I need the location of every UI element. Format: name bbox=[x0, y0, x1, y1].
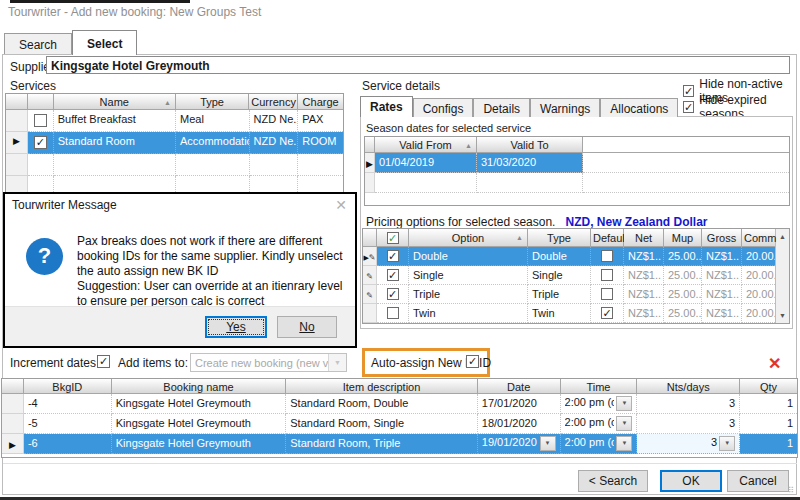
tab-allocations[interactable]: Allocations bbox=[600, 98, 678, 117]
pricing-col-net[interactable]: Net bbox=[624, 229, 664, 247]
tab-select[interactable]: Select bbox=[72, 30, 137, 55]
pricing-checkbox-checked[interactable]: ✓ bbox=[387, 250, 399, 262]
pricing-col-option[interactable]: Option▲ bbox=[409, 229, 528, 247]
pricing-checkbox-checked[interactable]: ✓ bbox=[387, 269, 399, 281]
bookings-col-date[interactable]: Date bbox=[478, 379, 561, 394]
hide-expired-checkbox[interactable]: ✓ bbox=[683, 101, 694, 113]
default-checkbox-unchecked[interactable] bbox=[601, 269, 613, 281]
window-title: Tourwriter - Add new booking: New Groups… bbox=[8, 5, 261, 19]
sort-ascending-icon: ▲ bbox=[465, 142, 472, 149]
yes-button[interactable]: Yes bbox=[205, 316, 267, 338]
services-col-type[interactable]: Type bbox=[176, 94, 249, 110]
dialog-message-line2: Suggestion: User can override at an itie… bbox=[77, 279, 349, 309]
pricing-options-label: Pricing options for selected season. NZD… bbox=[366, 215, 708, 229]
default-checkbox-checked[interactable]: ✓ bbox=[601, 307, 613, 319]
booking-row-minus5[interactable]: -5 Kingsgate Hotel Greymouth Standard Ro… bbox=[2, 414, 797, 434]
service-checkbox-checked[interactable]: ✓ bbox=[34, 136, 47, 149]
resize-grip[interactable]: ⠿ bbox=[788, 486, 795, 495]
add-items-to-select[interactable]: Create new booking (new voucher) ▼ bbox=[190, 353, 347, 372]
pricing-checkbox-unchecked[interactable] bbox=[387, 307, 399, 319]
pricing-col-default[interactable]: Defaul bbox=[591, 229, 624, 247]
bookings-grid: BkgID Booking name Item description Date… bbox=[1, 378, 798, 458]
increment-dates-label: Increment dates bbox=[10, 356, 96, 370]
current-row-icon: ▶ bbox=[13, 136, 20, 146]
tab-search[interactable]: Search bbox=[4, 33, 72, 55]
chevron-down-icon[interactable]: ▼ bbox=[616, 436, 632, 451]
chevron-down-icon[interactable]: ▼ bbox=[616, 416, 632, 431]
pricing-row-triple[interactable]: ✎ ✓ Triple Triple NZ$1.. 25.00.. NZ$1.. … bbox=[363, 285, 775, 304]
services-col-name[interactable]: Name▲ bbox=[54, 94, 176, 110]
bookings-col-nts[interactable]: Nts/days bbox=[637, 379, 740, 394]
season-empty-row bbox=[365, 173, 789, 193]
default-checkbox-unchecked[interactable] bbox=[601, 288, 613, 300]
services-row-standard-room[interactable]: ▶ ✓ Standard Room Accommodation NZD Ne..… bbox=[6, 132, 343, 154]
pricing-row-double[interactable]: ▶✎ ✓ Double Double NZ$1.. 25.00.. NZ$1..… bbox=[363, 247, 775, 266]
pricing-col-type[interactable]: Type bbox=[528, 229, 591, 247]
background-window-edge bbox=[10, 0, 190, 3]
increment-dates-checkbox[interactable]: ✓ bbox=[97, 355, 110, 368]
bookings-col-desc[interactable]: Item description bbox=[286, 379, 478, 394]
ok-button[interactable]: OK bbox=[660, 470, 722, 492]
scroll-up-icon[interactable]: ▲ bbox=[776, 229, 789, 244]
dialog-title: Tourwriter Message bbox=[12, 198, 117, 212]
pricing-col-gross[interactable]: Gross bbox=[702, 229, 742, 247]
season-col-valid-from[interactable]: Valid From▲ bbox=[375, 137, 477, 153]
remove-item-icon[interactable]: ✕ bbox=[768, 354, 781, 373]
nts-days-editor[interactable]: 3▼ bbox=[637, 434, 740, 454]
services-corner-header bbox=[6, 94, 28, 110]
auto-assign-checkbox[interactable]: ✓ bbox=[466, 355, 479, 368]
chevron-down-icon[interactable]: ▼ bbox=[616, 396, 632, 411]
service-details-label: Service details bbox=[362, 79, 440, 93]
select-all-checkbox[interactable]: ✓ bbox=[387, 232, 399, 244]
bookings-col-qty[interactable]: Qty bbox=[740, 379, 797, 394]
dialog-button-strip: Yes No bbox=[5, 306, 355, 346]
tab-rates[interactable]: Rates bbox=[360, 96, 413, 117]
bookings-col-time[interactable]: Time bbox=[561, 379, 638, 394]
bookings-col-name[interactable]: Booking name bbox=[112, 379, 287, 394]
sort-ascending-icon: ▲ bbox=[516, 234, 523, 241]
bookings-col-bkgid[interactable]: BkgID bbox=[24, 379, 112, 394]
default-checkbox-unchecked[interactable] bbox=[601, 250, 613, 262]
question-icon: ? bbox=[26, 238, 63, 275]
tab-configs[interactable]: Configs bbox=[413, 98, 474, 117]
tourwriter-message-dialog: Tourwriter Message ✕ ? Pax breaks does n… bbox=[3, 192, 357, 348]
edit-pencil-icon: ✎ bbox=[366, 291, 373, 300]
chevron-down-icon[interactable]: ▼ bbox=[540, 436, 556, 451]
tab-details[interactable]: Details bbox=[473, 98, 530, 117]
main-tab-bar: Search Select bbox=[4, 30, 137, 55]
edit-pencil-icon: ✎ bbox=[369, 253, 376, 262]
pricing-currency-label: NZD, New Zealand Dollar bbox=[565, 215, 707, 229]
pricing-row-twin[interactable]: Twin Twin ✓ NZ$1.. 25.00.. NZ$1.. 20.00.… bbox=[363, 304, 775, 323]
pricing-select-all-header[interactable]: ✓ bbox=[377, 229, 409, 247]
pricing-col-mup[interactable]: Mup bbox=[664, 229, 702, 247]
season-dates-label: Season dates for selected service bbox=[366, 122, 531, 134]
pricing-scrollbar[interactable]: ▲ ▼ bbox=[775, 229, 789, 323]
season-row[interactable]: ▶ 01/04/2019 31/03/2020 bbox=[365, 153, 789, 173]
close-icon[interactable]: ✕ bbox=[335, 197, 347, 213]
pricing-header-row: ✓ Option▲ Type Defaul Net Mup Gross Comm bbox=[363, 229, 775, 247]
back-to-search-button[interactable]: < Search bbox=[578, 470, 648, 492]
cancel-button[interactable]: Cancel bbox=[727, 470, 789, 492]
pricing-checkbox-checked[interactable]: ✓ bbox=[387, 288, 399, 300]
booking-row-minus6[interactable]: ▶ -6 Kingsgate Hotel Greymouth Standard … bbox=[2, 434, 797, 454]
services-col-currency[interactable]: Currency bbox=[249, 94, 298, 110]
pricing-row-single[interactable]: ✎ ✓ Single Single NZ$1.. 25.00.. NZ$1.. … bbox=[363, 266, 775, 285]
dialog-message: Pax breaks does not work if there are di… bbox=[77, 234, 349, 309]
chevron-down-icon: ▼ bbox=[328, 354, 346, 371]
add-items-to-label: Add items to: bbox=[118, 356, 188, 370]
service-checkbox-unchecked[interactable] bbox=[34, 114, 47, 127]
services-checkbox-header[interactable] bbox=[28, 94, 54, 110]
season-col-valid-to[interactable]: Valid To bbox=[477, 137, 583, 153]
season-dates-grid: Valid From▲ Valid To ▶ 01/04/2019 31/03/… bbox=[364, 136, 790, 206]
scroll-down-icon[interactable]: ▼ bbox=[776, 308, 789, 323]
tab-warnings[interactable]: Warnings bbox=[530, 98, 600, 117]
supplier-field[interactable]: Kingsgate Hotel Greymouth bbox=[46, 56, 790, 74]
services-row-buffet[interactable]: Buffet Breakfast Meal NZD Ne... PAX bbox=[6, 110, 343, 132]
current-row-icon: ▶ bbox=[9, 440, 16, 450]
chevron-down-icon[interactable]: ▼ bbox=[719, 436, 735, 451]
services-col-charge[interactable]: Charge bbox=[298, 94, 343, 110]
no-button[interactable]: No bbox=[277, 316, 337, 338]
pricing-col-comm[interactable]: Comm bbox=[742, 229, 775, 247]
dialog-message-line1: Pax breaks does not work if there are di… bbox=[77, 234, 349, 279]
booking-row-minus4[interactable]: -4 Kingsgate Hotel Greymouth Standard Ro… bbox=[2, 394, 797, 414]
